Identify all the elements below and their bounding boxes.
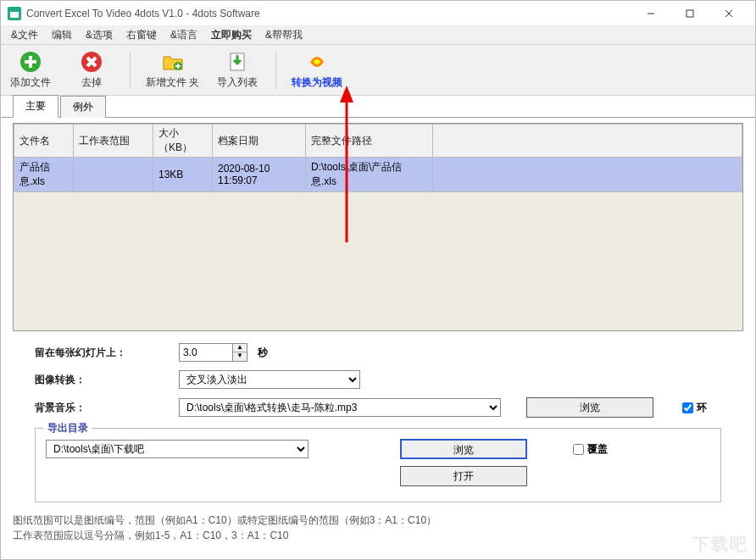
toolbar-separator-2 [275,52,276,89]
toolbar-separator [130,52,131,89]
col-spacer [433,125,742,158]
import-icon [225,50,249,74]
col-filename[interactable]: 文件名 [14,125,74,158]
menu-help[interactable]: &帮帮我 [258,26,309,44]
menu-edit[interactable]: 编辑 [45,26,79,44]
plus-icon [19,50,42,74]
add-folder-label: 新增文件 夹 [146,75,199,90]
svg-rect-9 [25,60,36,64]
loop-checkbox-input[interactable] [682,402,693,413]
folder-plus-icon [161,50,185,74]
convert-button[interactable]: 转换为视频 [292,50,342,90]
menu-options[interactable]: &选项 [79,26,120,44]
stay-label: 留在每张幻灯片上： [35,346,179,360]
stay-input[interactable] [179,343,233,362]
bgm-label: 背景音乐： [35,401,179,415]
menu-language[interactable]: &语言 [164,26,204,44]
remove-button[interactable]: 去掉 [69,50,114,90]
window-title: Convert Excel To Video 4dots V1.0 - 4dot… [26,8,631,19]
transition-label: 图像转换： [35,373,179,387]
export-open-button[interactable]: 打开 [400,466,527,486]
stay-unit: 秒 [258,346,268,360]
hint-line-2: 工作表范围应以逗号分隔，例如1-5，A1：C10，3：A1：C10 [13,528,743,543]
import-list-button[interactable]: 导入列表 [214,50,260,90]
close-button[interactable] [709,2,748,25]
import-list-label: 导入列表 [217,75,258,90]
watermark: 下载吧 [692,533,748,556]
menubar: &文件 编辑 &选项 右窗键 &语言 立即购买 &帮帮我 [1,26,755,45]
svg-rect-15 [175,65,181,67]
menu-buynow[interactable]: 立即购买 [204,26,258,44]
table-row[interactable]: 产品信息.xls 13KB 2020-08-10 11:59:07 D:\too… [14,158,742,192]
titlebar: Convert Excel To Video 4dots V1.0 - 4dot… [1,1,755,26]
export-legend: 导出目录 [44,421,92,435]
tabs: 主要 例外 [1,96,755,118]
add-file-label: 添加文件 [10,75,51,90]
export-group: 导出目录 D:\tools\桌面\下载吧 浏览 覆盖 打开 [35,428,721,502]
svg-rect-4 [687,10,693,17]
bgm-browse-button[interactable]: 浏览 [526,397,653,418]
remove-label: 去掉 [81,75,102,90]
transition-select[interactable]: 交叉淡入淡出 [179,370,360,389]
minimize-button[interactable] [631,2,670,25]
menu-rightkey[interactable]: 右窗键 [120,26,164,44]
bgm-select[interactable]: D:\tools\桌面\格式转换\走马-陈粒.mp3 [179,398,501,417]
loop-checkbox[interactable]: 环 [682,401,707,415]
col-fullpath[interactable]: 完整文件路径 [306,125,433,158]
svg-rect-2 [10,9,19,12]
x-icon [80,50,103,74]
options-panel: 留在每张幻灯片上： ▲▼ 秒 图像转换： 交叉淡入淡出 背景音乐： D:\too… [1,338,755,428]
col-size[interactable]: 大小（KB） [153,125,213,158]
tab-main[interactable]: 主要 [13,95,58,118]
cell-spacer [433,158,742,192]
cell-fullpath: D:\tools\桌面\产品信息.xls [306,158,433,192]
add-file-button[interactable]: 添加文件 [8,50,53,90]
maximize-button[interactable] [670,2,709,25]
overwrite-checkbox[interactable]: 覆盖 [573,442,608,457]
cell-size: 13KB [153,158,213,192]
export-path-select[interactable]: D:\tools\桌面\下载吧 [46,440,309,458]
col-date[interactable]: 档案日期 [213,125,306,158]
overwrite-checkbox-input[interactable] [573,444,584,455]
menu-file[interactable]: &文件 [4,26,45,44]
col-sheetrange[interactable]: 工作表范围 [74,125,153,158]
cell-date: 2020-08-10 11:59:07 [213,158,306,192]
app-icon [8,7,21,20]
toolbar: 添加文件 去掉 新增文件 夹 导入列表 转换为视频 [1,45,755,96]
hint-line-1: 图纸范围可以是图纸编号，范围（例如A1：C10）或特定图纸编号的范围（例如3：A… [13,513,743,528]
add-folder-button[interactable]: 新增文件 夹 [146,50,199,90]
cell-filename: 产品信息.xls [14,158,74,192]
export-browse-button[interactable]: 浏览 [400,439,527,459]
hint-text: 图纸范围可以是图纸编号，范围（例如A1：C10）或特定图纸编号的范围（例如3：A… [1,509,755,546]
convert-label: 转换为视频 [292,75,342,90]
convert-icon [305,50,329,74]
tab-exclude[interactable]: 例外 [60,96,106,118]
cell-sheetrange [74,158,153,192]
stay-spinner[interactable]: ▲▼ [233,343,247,362]
file-grid[interactable]: 文件名 工作表范围 大小（KB） 档案日期 完整文件路径 产品信息.xls 13… [13,123,743,331]
